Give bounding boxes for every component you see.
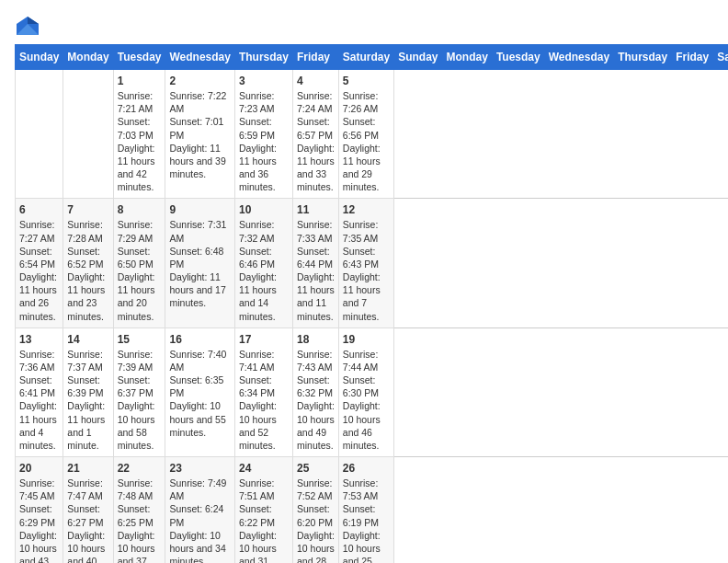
calendar-cell: 12Sunrise: 7:35 AMSunset: 6:43 PMDayligh…	[338, 199, 393, 327]
calendar-cell	[16, 70, 63, 199]
day-number: 5	[343, 75, 390, 87]
calendar-cell: 20Sunrise: 7:45 AMSunset: 6:29 PMDayligh…	[16, 457, 63, 563]
day-number: 13	[19, 333, 59, 346]
day-number: 6	[19, 203, 59, 216]
day-number: 20	[19, 462, 59, 475]
day-of-week-header: Thursday	[234, 45, 292, 70]
day-of-week-header: Friday	[292, 45, 338, 70]
calendar-week-row: 6Sunrise: 7:27 AMSunset: 6:54 PMDaylight…	[16, 199, 729, 327]
cell-details: Sunrise: 7:48 AMSunset: 6:25 PMDaylight:…	[118, 477, 162, 563]
calendar-cell: 8Sunrise: 7:29 AMSunset: 6:50 PMDaylight…	[113, 199, 165, 327]
day-of-week-header: Sunday	[16, 45, 63, 70]
day-number: 14	[67, 333, 108, 346]
cell-details: Sunrise: 7:26 AMSunset: 6:56 PMDaylight:…	[343, 89, 390, 193]
day-of-week-header: Thursday	[614, 45, 672, 70]
calendar-cell: 3Sunrise: 7:23 AMSunset: 6:59 PMDaylight…	[234, 70, 292, 199]
day-number: 22	[118, 462, 162, 475]
cell-details: Sunrise: 7:39 AMSunset: 6:37 PMDaylight:…	[118, 348, 162, 452]
day-number: 11	[297, 203, 335, 216]
calendar-cell: 23Sunrise: 7:49 AMSunset: 6:24 PMDayligh…	[165, 457, 234, 563]
calendar-week-row: 1Sunrise: 7:21 AMSunset: 7:03 PMDaylight…	[16, 70, 729, 199]
day-of-week-header: Tuesday	[492, 45, 544, 70]
day-number: 1	[118, 75, 162, 87]
calendar-header-row: SundayMondayTuesdayWednesdayThursdayFrid…	[16, 45, 729, 70]
cell-details: Sunrise: 7:31 AMSunset: 6:48 PMDaylight:…	[169, 218, 230, 309]
day-number: 10	[239, 203, 289, 216]
calendar-cell: 15Sunrise: 7:39 AMSunset: 6:37 PMDayligh…	[113, 327, 165, 456]
day-number: 24	[239, 462, 289, 475]
day-of-week-header: Wednesday	[165, 45, 234, 70]
calendar-cell: 2Sunrise: 7:22 AMSunset: 7:01 PMDaylight…	[165, 70, 234, 199]
cell-details: Sunrise: 7:35 AMSunset: 6:43 PMDaylight:…	[343, 218, 390, 322]
cell-details: Sunrise: 7:52 AMSunset: 6:20 PMDaylight:…	[297, 477, 335, 563]
calendar-cell: 6Sunrise: 7:27 AMSunset: 6:54 PMDaylight…	[16, 199, 63, 327]
calendar-cell: 9Sunrise: 7:31 AMSunset: 6:48 PMDaylight…	[165, 199, 234, 327]
cell-details: Sunrise: 7:44 AMSunset: 6:30 PMDaylight:…	[343, 348, 390, 452]
calendar-week-row: 20Sunrise: 7:45 AMSunset: 6:29 PMDayligh…	[16, 457, 729, 563]
logo	[15, 15, 44, 37]
calendar-cell: 10Sunrise: 7:32 AMSunset: 6:46 PMDayligh…	[234, 199, 292, 327]
day-number: 8	[118, 203, 162, 216]
calendar-cell: 21Sunrise: 7:47 AMSunset: 6:27 PMDayligh…	[63, 457, 113, 563]
cell-details: Sunrise: 7:28 AMSunset: 6:52 PMDaylight:…	[67, 218, 108, 322]
day-of-week-header: Sunday	[394, 45, 442, 70]
cell-details: Sunrise: 7:22 AMSunset: 7:01 PMDaylight:…	[169, 89, 230, 180]
cell-details: Sunrise: 7:27 AMSunset: 6:54 PMDaylight:…	[19, 218, 59, 322]
cell-details: Sunrise: 7:36 AMSunset: 6:41 PMDaylight:…	[19, 348, 59, 452]
cell-details: Sunrise: 7:33 AMSunset: 6:44 PMDaylight:…	[297, 218, 335, 322]
day-of-week-header: Monday	[442, 45, 492, 70]
calendar-cell: 7Sunrise: 7:28 AMSunset: 6:52 PMDaylight…	[63, 199, 113, 327]
day-number: 16	[169, 333, 230, 346]
calendar-cell: 19Sunrise: 7:44 AMSunset: 6:30 PMDayligh…	[338, 327, 393, 456]
calendar-cell: 1Sunrise: 7:21 AMSunset: 7:03 PMDaylight…	[113, 70, 165, 199]
calendar-cell: 16Sunrise: 7:40 AMSunset: 6:35 PMDayligh…	[165, 327, 234, 456]
calendar-cell: 11Sunrise: 7:33 AMSunset: 6:44 PMDayligh…	[292, 199, 338, 327]
day-of-week-header: Friday	[672, 45, 713, 70]
cell-details: Sunrise: 7:29 AMSunset: 6:50 PMDaylight:…	[118, 218, 162, 322]
cell-details: Sunrise: 7:41 AMSunset: 6:34 PMDaylight:…	[239, 348, 289, 452]
day-number: 15	[118, 333, 162, 346]
cell-details: Sunrise: 7:40 AMSunset: 6:35 PMDaylight:…	[169, 348, 230, 439]
calendar-cell: 13Sunrise: 7:36 AMSunset: 6:41 PMDayligh…	[16, 327, 63, 456]
cell-details: Sunrise: 7:23 AMSunset: 6:59 PMDaylight:…	[239, 89, 289, 193]
cell-details: Sunrise: 7:37 AMSunset: 6:39 PMDaylight:…	[67, 348, 108, 452]
cell-details: Sunrise: 7:51 AMSunset: 6:22 PMDaylight:…	[239, 477, 289, 563]
calendar-cell: 17Sunrise: 7:41 AMSunset: 6:34 PMDayligh…	[234, 327, 292, 456]
day-number: 7	[67, 203, 108, 216]
calendar-cell: 5Sunrise: 7:26 AMSunset: 6:56 PMDaylight…	[338, 70, 393, 199]
cell-details: Sunrise: 7:49 AMSunset: 6:24 PMDaylight:…	[169, 477, 230, 563]
calendar-cell: 22Sunrise: 7:48 AMSunset: 6:25 PMDayligh…	[113, 457, 165, 563]
day-number: 17	[239, 333, 289, 346]
day-number: 3	[239, 75, 289, 87]
day-number: 2	[169, 75, 230, 87]
day-number: 18	[297, 333, 335, 346]
page-header	[15, 15, 713, 37]
cell-details: Sunrise: 7:47 AMSunset: 6:27 PMDaylight:…	[67, 477, 108, 563]
calendar-cell: 25Sunrise: 7:52 AMSunset: 6:20 PMDayligh…	[292, 457, 338, 563]
day-number: 9	[169, 203, 230, 216]
day-number: 12	[343, 203, 390, 216]
calendar-cell: 26Sunrise: 7:53 AMSunset: 6:19 PMDayligh…	[338, 457, 393, 563]
svg-marker-1	[28, 17, 39, 24]
calendar-cell: 24Sunrise: 7:51 AMSunset: 6:22 PMDayligh…	[234, 457, 292, 563]
day-of-week-header: Monday	[63, 45, 113, 70]
cell-details: Sunrise: 7:45 AMSunset: 6:29 PMDaylight:…	[19, 477, 59, 563]
day-number: 23	[169, 462, 230, 475]
calendar-cell: 4Sunrise: 7:24 AMSunset: 6:57 PMDaylight…	[292, 70, 338, 199]
day-of-week-header: Tuesday	[113, 45, 165, 70]
calendar-cell	[63, 70, 113, 199]
calendar-week-row: 13Sunrise: 7:36 AMSunset: 6:41 PMDayligh…	[16, 327, 729, 456]
logo-icon	[15, 15, 40, 37]
cell-details: Sunrise: 7:43 AMSunset: 6:32 PMDaylight:…	[297, 348, 335, 452]
day-number: 25	[297, 462, 335, 475]
calendar-table: SundayMondayTuesdayWednesdayThursdayFrid…	[15, 44, 728, 563]
calendar-cell: 18Sunrise: 7:43 AMSunset: 6:32 PMDayligh…	[292, 327, 338, 456]
day-of-week-header: Saturday	[713, 45, 728, 70]
day-number: 26	[343, 462, 390, 475]
cell-details: Sunrise: 7:24 AMSunset: 6:57 PMDaylight:…	[297, 89, 335, 193]
cell-details: Sunrise: 7:32 AMSunset: 6:46 PMDaylight:…	[239, 218, 289, 322]
cell-details: Sunrise: 7:21 AMSunset: 7:03 PMDaylight:…	[118, 89, 162, 193]
day-number: 4	[297, 75, 335, 87]
day-number: 21	[67, 462, 108, 475]
calendar-cell: 14Sunrise: 7:37 AMSunset: 6:39 PMDayligh…	[63, 327, 113, 456]
